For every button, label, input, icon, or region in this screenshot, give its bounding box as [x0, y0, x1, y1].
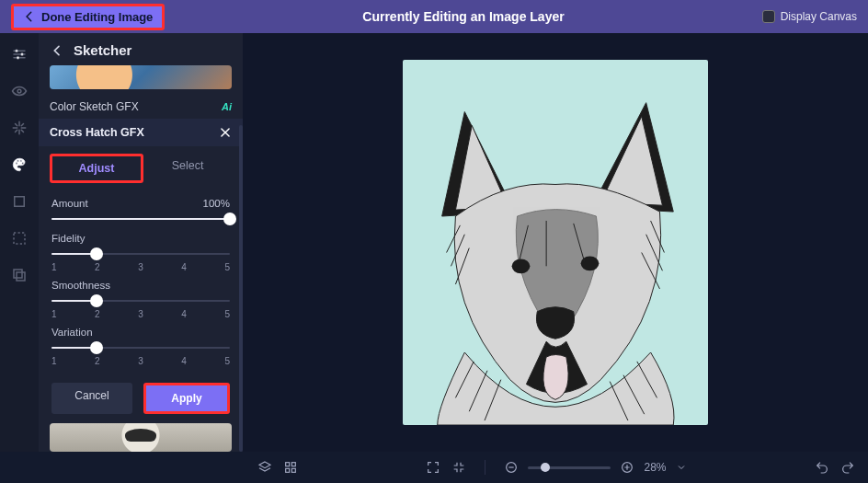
tick: 5: [224, 262, 230, 272]
tick: 2: [95, 262, 100, 272]
display-canvas-toggle[interactable]: Display Canvas: [762, 10, 857, 23]
slider-fidelity-label: Fidelity: [51, 233, 85, 244]
tick: 5: [224, 309, 230, 319]
palette-icon[interactable]: [11, 156, 28, 173]
svg-point-4: [16, 163, 17, 165]
zoom-slider[interactable]: [528, 466, 611, 469]
done-editing-label: Done Editing Image: [41, 10, 153, 24]
svg-point-5: [17, 160, 19, 162]
layers-icon[interactable]: [257, 460, 272, 475]
slider-variation-label: Variation: [51, 327, 93, 338]
action-buttons: Cancel Apply: [39, 375, 243, 423]
tick: 4: [181, 262, 187, 272]
svg-rect-9: [14, 233, 25, 244]
controls: Amount 100% Fidelity 1 2 3 4 5 Smooth: [39, 187, 243, 375]
apply-button[interactable]: Apply: [143, 383, 230, 414]
topbar: Done Editing Image Currently Editing an …: [0, 0, 868, 33]
checkbox-icon: [762, 10, 775, 23]
slider-fidelity[interactable]: Fidelity 1 2 3 4 5: [51, 233, 230, 272]
bottombar: 28%: [0, 452, 868, 483]
tick-labels: 1 2 3 4 5: [51, 356, 230, 366]
zoom-out-icon[interactable]: [504, 460, 519, 475]
svg-rect-17: [291, 468, 295, 472]
zoom-in-icon[interactable]: [620, 460, 634, 475]
tick: 5: [224, 356, 230, 366]
frame-icon[interactable]: [11, 230, 28, 247]
svg-rect-16: [286, 468, 290, 472]
svg-rect-11: [17, 272, 25, 281]
effect-row-prev[interactable]: Color Sketch GFX Ai: [39, 95, 243, 119]
panel-header: Sketcher: [39, 33, 243, 65]
panel-title: Sketcher: [74, 42, 131, 58]
effect-tabs: Adjust Select: [39, 146, 243, 187]
undo-icon[interactable]: [815, 460, 829, 475]
main: Sketcher Color Sketch GFX Ai Cross Hatch…: [0, 33, 868, 452]
effect-thumbnail-next[interactable]: [50, 423, 232, 452]
tick: 3: [138, 262, 143, 272]
svg-point-6: [20, 160, 22, 162]
svg-point-2: [17, 56, 19, 59]
slider-amount[interactable]: Amount 100%: [51, 198, 230, 225]
sliders-icon[interactable]: [11, 46, 28, 63]
effect-prev-label: Color Sketch GFX: [50, 100, 139, 113]
tick: 4: [181, 309, 187, 319]
svg-point-7: [22, 163, 24, 165]
redo-icon[interactable]: [840, 460, 855, 475]
effect-row-current: Cross Hatch GFX: [39, 119, 243, 146]
display-canvas-label: Display Canvas: [781, 10, 857, 23]
effects-panel: Sketcher Color Sketch GFX Ai Cross Hatch…: [39, 33, 243, 452]
ai-badge: Ai: [222, 101, 232, 112]
canvas-area: [243, 33, 868, 452]
tick-labels: 1 2 3 4 5: [51, 262, 230, 272]
zoom-value: 28%: [644, 461, 666, 474]
page-title: Currently Editing an Image Layer: [165, 9, 761, 24]
crop-icon[interactable]: [11, 193, 28, 210]
arrow-left-icon: [23, 10, 36, 23]
tab-adjust[interactable]: Adjust: [50, 154, 143, 183]
scrollbar[interactable]: [239, 125, 243, 452]
close-icon[interactable]: [219, 126, 232, 139]
svg-rect-10: [14, 270, 22, 278]
done-editing-button[interactable]: Done Editing Image: [11, 4, 165, 30]
svg-point-0: [16, 50, 18, 52]
svg-point-1: [21, 53, 24, 56]
chevron-down-icon[interactable]: [676, 462, 687, 473]
tick: 3: [138, 309, 143, 319]
tick: 4: [181, 356, 187, 366]
expand-icon[interactable]: [426, 460, 440, 475]
svg-rect-14: [286, 463, 290, 466]
slider-amount-value: 100%: [203, 198, 230, 209]
slider-smoothness[interactable]: Smoothness 1 2 3 4 5: [51, 280, 230, 319]
zoom-controls: 28%: [504, 460, 686, 475]
overlap-icon[interactable]: [11, 267, 28, 283]
toolstrip: [0, 33, 39, 452]
tick: 1: [51, 309, 57, 319]
back-icon[interactable]: [50, 43, 64, 58]
tab-select[interactable]: Select: [143, 154, 232, 183]
grid-icon[interactable]: [283, 460, 298, 475]
slider-smoothness-label: Smoothness: [51, 280, 110, 291]
tick: 1: [51, 262, 57, 272]
tick: 2: [95, 356, 100, 366]
cancel-button[interactable]: Cancel: [51, 383, 132, 414]
svg-point-12: [512, 259, 531, 273]
svg-rect-8: [15, 197, 25, 207]
tick: 1: [51, 356, 57, 366]
sparkle-icon[interactable]: [11, 120, 28, 136]
slider-variation[interactable]: Variation 1 2 3 4 5: [51, 327, 230, 366]
effect-current-label: Cross Hatch GFX: [50, 126, 144, 139]
slider-amount-label: Amount: [51, 198, 88, 209]
svg-point-3: [17, 89, 21, 93]
svg-rect-15: [291, 463, 295, 466]
tick: 2: [95, 309, 100, 319]
image-canvas[interactable]: [403, 60, 708, 425]
tick: 3: [138, 356, 143, 366]
collapse-icon[interactable]: [451, 460, 466, 475]
effect-thumbnail-prev[interactable]: [50, 65, 232, 89]
eye-icon[interactable]: [11, 83, 28, 99]
preview-image: [408, 80, 702, 425]
tick-labels: 1 2 3 4 5: [51, 309, 230, 319]
